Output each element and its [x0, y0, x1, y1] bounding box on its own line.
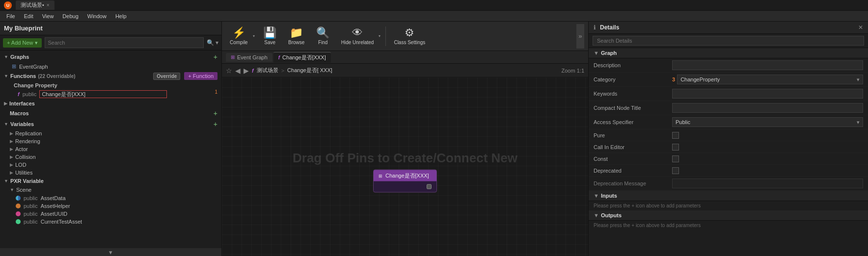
graphs-section[interactable]: ▼ Graphs +	[0, 51, 221, 62]
interfaces-label: Interfaces	[9, 101, 35, 106]
var-currenttestasset[interactable]: public CurrentTestAsset	[12, 218, 221, 226]
find-button[interactable]: 🔍 Find	[311, 26, 335, 47]
window-close-icon[interactable]: ×	[47, 2, 50, 8]
var-assetuuid[interactable]: public AssetUUID	[12, 210, 221, 218]
add-function-button[interactable]: + Function	[184, 72, 217, 80]
lod-item[interactable]: ▶ LOD	[6, 161, 221, 169]
compile-arrow-button[interactable]: ▾	[252, 26, 256, 47]
details-close-button[interactable]: ✕	[858, 24, 863, 31]
function-name-input[interactable]	[39, 90, 167, 98]
search-icon[interactable]: 🔍	[207, 39, 214, 46]
const-row: Const	[589, 153, 868, 165]
var-currenttestasset-access: public	[24, 219, 38, 225]
node-grid-icon: ⊞	[379, 173, 382, 178]
menu-window[interactable]: Window	[83, 12, 110, 20]
details-search-input[interactable]	[593, 36, 864, 46]
class-settings-btn-group: ⚙ Class Settings	[390, 26, 429, 47]
breadcrumb-func[interactable]: Change是否[ XXX]	[287, 67, 332, 74]
event-graph-item[interactable]: ⊞ EventGraph	[8, 62, 221, 71]
inputs-section-label: Inputs	[601, 193, 617, 199]
const-checkbox[interactable]	[672, 155, 679, 162]
macros-section[interactable]: Macros +	[0, 108, 221, 119]
menu-edit[interactable]: Edit	[20, 12, 37, 20]
change-tab[interactable]: f Change是否[XXX]	[273, 52, 331, 63]
breadcrumb-scene[interactable]: 测试场景	[257, 67, 278, 74]
interfaces-section[interactable]: ▶ Interfaces	[0, 99, 221, 108]
forward-button[interactable]: ▶	[244, 67, 249, 75]
filter-icon[interactable]: ▾	[216, 39, 218, 46]
inputs-section-header[interactable]: ▼ Inputs	[589, 191, 868, 201]
functions-count: (22 Overridable)	[38, 74, 75, 79]
rendering-label: Rendering	[15, 138, 40, 144]
var-assethelper[interactable]: public AssetHelper	[12, 202, 221, 210]
pure-checkbox[interactable]	[672, 132, 679, 139]
keywords-input[interactable]	[672, 89, 863, 99]
scene-section[interactable]: ▼ Scene	[6, 185, 221, 194]
compact-node-row: Compact Node Title	[589, 101, 868, 115]
variables-sub: ▶ Replication ▶ Rendering ▶ Actor ▶ Coll…	[0, 129, 221, 177]
graphs-label: Graphs	[10, 54, 29, 60]
menu-debug[interactable]: Debug	[58, 12, 82, 20]
override-badge[interactable]: Override	[153, 73, 180, 80]
compile-button[interactable]: ⚡ Compile	[226, 26, 252, 47]
function-item[interactable]: 1 f public	[6, 89, 221, 99]
graph-area[interactable]: Drag Off Pins to Create/Connect New ⊞ Ch…	[222, 77, 588, 256]
menu-view[interactable]: View	[38, 12, 58, 20]
menu-file[interactable]: File	[2, 12, 19, 20]
add-macro-button[interactable]: +	[214, 109, 217, 117]
description-input[interactable]	[672, 60, 863, 70]
add-new-button[interactable]: + Add New ▾	[3, 38, 42, 48]
utilities-item[interactable]: ▶ Utilities	[6, 169, 221, 177]
deprecated-checkbox[interactable]	[672, 167, 679, 174]
outputs-arrow-icon: ▼	[594, 212, 599, 218]
browse-button[interactable]: 📁 Browse	[284, 26, 309, 47]
menu-help[interactable]: Help	[111, 12, 131, 20]
functions-section[interactable]: ▼ Functions (22 Overridable) Override + …	[0, 71, 221, 81]
class-settings-button[interactable]: ⚙ Class Settings	[390, 26, 429, 47]
collision-item[interactable]: ▶ Collision	[6, 153, 221, 161]
variables-section[interactable]: ▼ Variables +	[0, 119, 221, 129]
window-tab[interactable]: 测试场景• ×	[16, 0, 54, 10]
search-input[interactable]	[45, 37, 204, 48]
hide-arrow-button[interactable]: ▾	[378, 26, 381, 47]
my-blueprint-header: My Blueprint	[0, 22, 221, 35]
bookmark-button[interactable]: ☆	[226, 67, 232, 75]
node-box[interactable]: ⊞ Change是否[XXX]	[373, 170, 437, 193]
node-body	[374, 181, 436, 192]
outputs-section-header[interactable]: ▼ Outputs	[589, 210, 868, 221]
app-icon: U	[4, 1, 12, 9]
category-dropdown[interactable]: ChangeProperty ▾	[677, 75, 863, 84]
var-assetdata-name: AssetData	[41, 195, 66, 201]
add-graph-button[interactable]: +	[214, 53, 217, 61]
toolbar-expander-button[interactable]: »	[576, 24, 584, 49]
compact-node-input[interactable]	[672, 103, 863, 113]
graph-section-arrow: ▼	[594, 50, 599, 56]
event-graph-grid-icon: ⊞	[12, 63, 16, 70]
functions-label: Functions	[10, 73, 36, 79]
event-graph-tab[interactable]: ⊞ Event Graph	[226, 53, 272, 62]
call-in-editor-checkbox[interactable]	[672, 144, 679, 151]
actor-item[interactable]: ▶ Actor	[6, 145, 221, 153]
rendering-item[interactable]: ▶ Rendering	[6, 137, 221, 145]
browse-label: Browse	[288, 40, 304, 45]
back-button[interactable]: ◀	[235, 67, 241, 75]
var-assetdata[interactable]: public AssetData	[12, 194, 221, 202]
save-button[interactable]: 💾 Save	[258, 26, 282, 47]
compact-node-value	[672, 103, 863, 113]
add-variable-button[interactable]: +	[214, 120, 217, 128]
deprecation-message-value	[672, 179, 863, 188]
pxr-variable-section[interactable]: ▼ PXR Variable	[0, 177, 221, 185]
change-property-group: Change Property 1 f public	[0, 81, 221, 99]
replication-item[interactable]: ▶ Replication	[6, 129, 221, 137]
inputs-arrow-icon: ▼	[594, 193, 599, 199]
node-output-pin[interactable]	[427, 184, 432, 189]
access-specifier-dropdown[interactable]: Public ▾	[672, 117, 863, 127]
hide-unrelated-btn-group: 👁 Hide Unrelated ▾	[337, 26, 382, 47]
outputs-section-label: Outputs	[601, 212, 622, 218]
hide-unrelated-button[interactable]: 👁 Hide Unrelated	[337, 26, 378, 47]
scrolldown-button[interactable]: ▾	[0, 248, 221, 256]
breadcrumb-f-icon: f	[252, 68, 254, 74]
badge-3: 3	[672, 77, 675, 82]
graph-section-header[interactable]: ▼ Graph	[589, 48, 868, 58]
graphs-sub: ⊞ EventGraph	[0, 62, 221, 71]
